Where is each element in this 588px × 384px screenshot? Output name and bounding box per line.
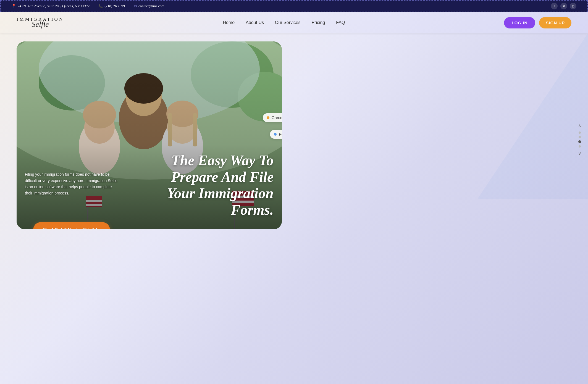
nav-services[interactable]: Our Services xyxy=(275,20,300,25)
email-text: contact@ims.com xyxy=(138,4,164,8)
bg-decoration xyxy=(477,33,588,199)
logo-script: Selfie xyxy=(32,20,49,29)
hero-inner: Filing your immigration forms does not h… xyxy=(17,41,282,229)
green-card-badge: Green Card xyxy=(263,113,282,122)
login-button[interactable]: LOG IN xyxy=(504,17,536,28)
twitter-icon[interactable]: ✕ xyxy=(560,3,567,9)
facebook-icon[interactable]: f xyxy=(551,3,558,9)
side-nav-down[interactable]: ∨ xyxy=(577,150,582,157)
hero-title-overlay: The Easy Way To Prepare And File Your Im… xyxy=(167,152,274,218)
auth-buttons: LOG IN SIGN UP xyxy=(504,17,571,28)
nav-pricing[interactable]: Pricing xyxy=(311,20,325,25)
hero-section: Filing your immigration forms does not h… xyxy=(0,33,588,246)
side-nav-up[interactable]: ∧ xyxy=(577,122,582,129)
nav-faq[interactable]: FAQ xyxy=(336,20,345,25)
location-icon: 📍 xyxy=(12,4,16,8)
email-item: ✉ contact@ims.com xyxy=(134,4,164,8)
hero-card: Filing your immigration forms does not h… xyxy=(17,41,282,229)
top-bar-contact: 📍 74-09 37th Avenue, Suite 205, Queens, … xyxy=(12,4,164,8)
side-nav-dot-1[interactable] xyxy=(579,131,581,134)
nav-home[interactable]: Home xyxy=(223,20,235,25)
eligible-button[interactable]: Find Out if You're Eligible xyxy=(33,222,110,229)
petition-label: Petition xyxy=(279,132,282,136)
address-text: 74-09 37th Avenue, Suite 205, Queens, NY… xyxy=(18,4,90,8)
side-nav-dot-3[interactable] xyxy=(578,140,581,143)
main-nav: Home About Us Our Services Pricing FAQ xyxy=(223,20,345,25)
social-links: f ✕ ◻ xyxy=(551,3,576,9)
instagram-icon[interactable]: ◻ xyxy=(570,3,576,9)
phone-item: 📞 (718) 263 599 xyxy=(98,4,125,8)
petition-badge: Petition xyxy=(270,130,282,139)
address-item: 📍 74-09 37th Avenue, Suite 205, Queens, … xyxy=(12,4,90,8)
phone-text: (718) 263 599 xyxy=(104,4,125,8)
green-card-dot xyxy=(267,116,269,119)
phone-icon: 📞 xyxy=(98,4,103,8)
green-card-label: Green Card xyxy=(272,115,282,120)
header: IMMIGRATION Selfie Home About Us Our Ser… xyxy=(0,12,588,33)
petition-dot xyxy=(274,133,277,136)
top-bar: 📍 74-09 37th Avenue, Suite 205, Queens, … xyxy=(0,0,588,12)
side-nav: ∧ ∨ xyxy=(577,122,582,157)
signup-button[interactable]: SIGN UP xyxy=(539,17,571,28)
logo: IMMIGRATION Selfie xyxy=(17,17,64,29)
hero-main-title: The Easy Way To Prepare And File Your Im… xyxy=(167,152,274,218)
side-nav-dot-4[interactable] xyxy=(579,145,581,148)
nav-about[interactable]: About Us xyxy=(246,20,264,25)
email-icon: ✉ xyxy=(134,4,137,8)
hero-description: Filing your immigration forms does not h… xyxy=(25,171,119,196)
side-nav-dot-2[interactable] xyxy=(579,136,581,138)
